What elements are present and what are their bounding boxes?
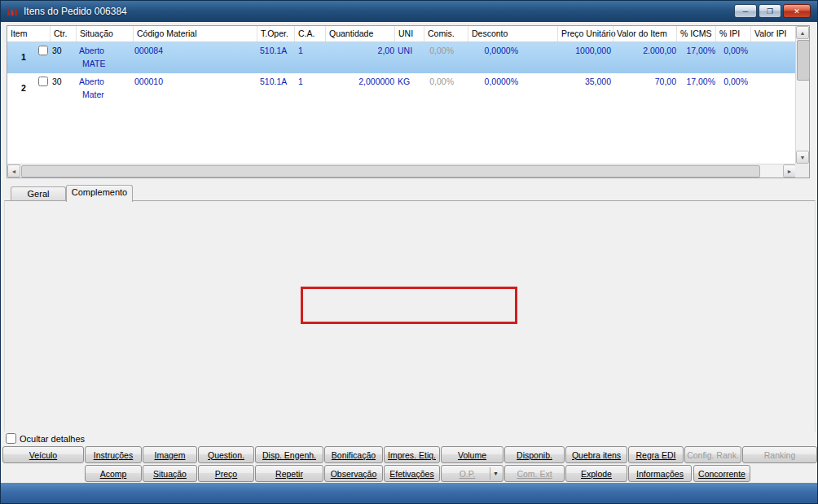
disponib-button[interactable]: Disponib. — [504, 446, 565, 463]
column-header-comis[interactable]: Comis. — [424, 26, 468, 42]
maximize-button[interactable]: ❐ — [759, 4, 781, 18]
cell-valor-do-item: 70,00 — [610, 77, 676, 86]
column-header-ipi[interactable]: % IPI — [715, 26, 750, 42]
column-header-toper[interactable]: T.Oper. — [257, 26, 294, 42]
column-header-preco-unitario[interactable]: Preço Unitário — [557, 26, 613, 42]
items-grid: Item Ctr. Situação Código Material T.Ope… — [7, 25, 810, 178]
button-label: Veículo — [29, 450, 57, 460]
table-row[interactable]: 2 30 Aberto Mater 000010 510.1A 1 2,0000… — [7, 73, 795, 104]
cell-desconto: 0,0000% — [451, 46, 518, 55]
button-label: Bonificação — [332, 450, 376, 460]
complemento-panel — [4, 200, 816, 432]
minimize-button[interactable]: ─ — [734, 4, 757, 18]
table-row[interactable]: 1 30 Aberto MATE 000084 510.1A 1 2,00 UN… — [7, 42, 795, 73]
preco-button[interactable]: Preço — [198, 465, 254, 482]
disp-engenh-button[interactable]: Disp. Engenh. — [255, 446, 323, 463]
column-header-uni[interactable]: UNI — [394, 26, 424, 42]
button-label: Impres. Etiq. — [388, 450, 436, 460]
situacao-button[interactable]: Situação — [143, 465, 197, 482]
efetivacoes-button[interactable]: Efetivações — [384, 465, 440, 482]
cell-desconto: 0,0000% — [451, 77, 518, 86]
column-header-valor-do-item[interactable]: Valor do Item — [613, 26, 676, 42]
horizontal-scrollbar-thumb[interactable] — [21, 165, 760, 177]
cell-codigo-material: 000010 — [134, 77, 163, 86]
observacao-button[interactable]: Observação — [324, 465, 383, 482]
cell-toper: 510.1A — [260, 46, 287, 55]
ocultar-detalhes-checkbox[interactable] — [6, 433, 16, 444]
horizontal-scrollbar[interactable]: ◄ ► — [7, 164, 796, 177]
column-header-situacao[interactable]: Situação — [76, 26, 133, 42]
button-label: Efetivações — [389, 469, 433, 479]
ocultar-detalhes-label: Ocultar detalhes — [20, 434, 85, 444]
close-button[interactable]: ✕ — [783, 4, 811, 18]
repetir-button[interactable]: Repetir — [255, 465, 323, 482]
quebra-itens-button[interactable]: Quebra itens — [565, 446, 627, 463]
scroll-right-button[interactable]: ► — [783, 164, 796, 177]
row-checkbox[interactable] — [38, 46, 48, 55]
cell-situacao-sub: Mater — [82, 90, 104, 99]
button-label: Config. Rank. — [687, 450, 739, 460]
question-button[interactable]: Question. — [198, 446, 254, 463]
cell-ipi: 0,00% — [700, 46, 748, 55]
column-header-desconto[interactable]: Desconto — [468, 26, 557, 42]
tab-geral[interactable]: Geral — [11, 186, 66, 201]
concorrente-button[interactable]: Concorrente — [693, 465, 750, 482]
scroll-left-icon: ◄ — [11, 169, 17, 174]
instrucoes-button[interactable]: Instruções — [85, 446, 142, 463]
vertical-scrollbar-thumb[interactable] — [797, 40, 810, 81]
button-label: Volume — [458, 450, 486, 460]
config-rank-button: Config. Rank. — [684, 446, 741, 463]
com-ext-button: Com. Ext — [504, 465, 565, 482]
button-label: Instruções — [94, 450, 133, 460]
column-header-valor-ipi[interactable]: Valor IPI — [750, 26, 795, 42]
button-label: Repetir — [275, 469, 303, 479]
tab-complemento[interactable]: Complemento — [66, 185, 133, 202]
bonificacao-button[interactable]: Bonificação — [324, 446, 383, 463]
scroll-down-button[interactable]: ▼ — [796, 151, 809, 164]
column-header-ca[interactable]: C.A. — [294, 26, 325, 42]
column-header-icms[interactable]: % ICMS — [676, 26, 715, 42]
vertical-scrollbar[interactable]: ▲ ▼ — [795, 26, 809, 164]
scroll-left-button[interactable]: ◄ — [7, 164, 20, 177]
column-header-ctr[interactable]: Ctr. — [50, 26, 76, 42]
scroll-up-button[interactable]: ▲ — [796, 26, 809, 39]
button-label: Question. — [208, 450, 244, 460]
titlebar: Itens do Pedido 006384 ─ ❐ ✕ — [1, 1, 817, 22]
button-label: O.P. — [460, 469, 476, 479]
imagem-button[interactable]: Imagem — [143, 446, 197, 463]
tab-geral-label: Geral — [28, 189, 50, 199]
column-header-quantidade[interactable]: Quantidade — [325, 26, 394, 42]
op-dropdown-arrow-icon: ▼ — [490, 467, 501, 480]
cell-comis: 0,00% — [407, 77, 454, 86]
regra-edi-button[interactable]: Regra EDI — [628, 446, 684, 463]
veiculo-button[interactable]: Veículo — [2, 446, 84, 463]
cell-preco-unitario: 1000,000 — [545, 46, 611, 55]
button-label: Disponib. — [517, 450, 552, 460]
window-controls: ─ ❐ ✕ — [734, 4, 811, 18]
column-header-item[interactable]: Item — [7, 26, 50, 42]
button-label: Concorrente — [698, 469, 745, 479]
cell-codigo-material: 000084 — [134, 46, 163, 55]
scroll-right-icon: ► — [787, 169, 793, 174]
scroll-down-icon: ▼ — [800, 155, 806, 160]
cell-situacao: Aberto — [79, 77, 104, 86]
explode-button[interactable]: Explode — [565, 465, 627, 482]
cell-ctr: 30 — [52, 77, 62, 86]
app-icon — [6, 5, 19, 18]
minimize-icon: ─ — [743, 7, 748, 15]
scroll-up-icon: ▲ — [800, 30, 806, 36]
impres-etiq-button[interactable]: Impres. Etiq. — [384, 446, 440, 463]
informacoes-button[interactable]: Informações — [628, 465, 692, 482]
cell-quantidade: 2,00 — [321, 46, 394, 55]
scrollbar-corner — [795, 164, 809, 177]
maximize-icon: ❐ — [767, 7, 773, 15]
volume-button[interactable]: Volume — [441, 446, 504, 463]
cell-valor-do-item: 2.000,00 — [610, 46, 676, 55]
button-label: Ranking — [764, 450, 796, 460]
cell-item: 1 — [7, 52, 40, 62]
cell-comis: 0,00% — [407, 46, 454, 55]
window-title: Itens do Pedido 006384 — [24, 6, 127, 17]
acomp-button[interactable]: Acomp — [85, 465, 142, 482]
column-header-codigo-material[interactable]: Código Material — [133, 26, 257, 42]
row-checkbox[interactable] — [38, 77, 48, 86]
